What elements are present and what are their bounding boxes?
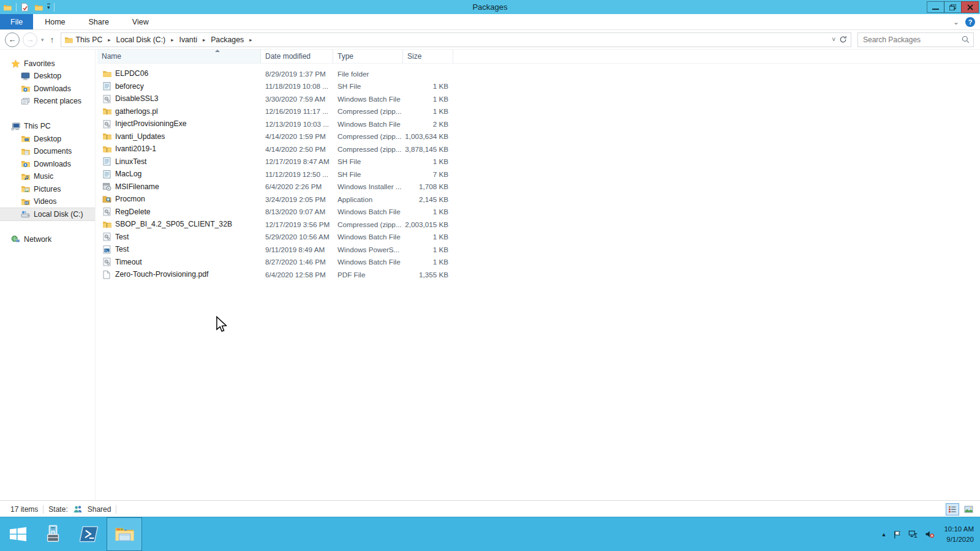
restore-button[interactable]	[944, 1, 962, 13]
tab-home[interactable]: Home	[33, 14, 77, 29]
quick-access-toolbar: ▾	[0, 0, 55, 14]
action-center-flag-icon[interactable]	[893, 530, 902, 539]
tab-share[interactable]: Share	[77, 14, 121, 29]
refresh-icon[interactable]	[839, 36, 847, 43]
volume-muted-icon[interactable]	[925, 530, 935, 538]
folder-icon	[102, 69, 111, 78]
breadcrumb-segment[interactable]: Ivanti	[176, 34, 199, 45]
network-icon	[10, 234, 20, 244]
sidebar-item[interactable]: Desktop	[0, 133, 95, 146]
start-button[interactable]	[0, 517, 36, 551]
file-row[interactable]: Test 9/11/2019 8:49 AM Windows PowerS...…	[97, 243, 980, 256]
file-row[interactable]: RegDelete 8/13/2020 9:07 AM Windows Batc…	[97, 206, 980, 219]
address-dropdown-chevron-icon[interactable]: ˅	[832, 36, 835, 43]
zip-icon	[102, 107, 111, 116]
up-button[interactable]: ↑	[48, 35, 57, 45]
doc-text-icon	[102, 157, 111, 167]
doc-text-icon	[102, 169, 111, 179]
window-controls	[927, 1, 979, 13]
powershell-button[interactable]	[71, 517, 107, 551]
file-row[interactable]: Timeout 8/27/2020 1:46 PM Windows Batch …	[97, 256, 980, 269]
details-view-button[interactable]	[946, 503, 959, 515]
zip-icon	[102, 144, 111, 154]
file-row[interactable]: Ivanti2019-1 4/14/2020 2:50 PM Compresse…	[97, 143, 980, 156]
file-row[interactable]: DisableSSL3 3/30/2020 7:59 AM Windows Ba…	[97, 92, 980, 105]
file-row[interactable]: InjectProvisioningExe 12/13/2019 10:03 .…	[97, 118, 980, 130]
file-row[interactable]: Ivanti_Updates 4/14/2020 1:59 PM Compres…	[97, 130, 980, 143]
file-row[interactable]: gatherlogs.pl 12/16/2019 11:17 ... Compr…	[97, 105, 980, 118]
file-row[interactable]: ELPDC06 8/29/2019 1:37 PM File folder	[97, 67, 980, 80]
new-folder-icon[interactable]	[34, 2, 43, 12]
powershell-icon	[80, 526, 99, 542]
batch-icon	[102, 207, 111, 217]
sidebar-item[interactable]: Downloads	[0, 158, 95, 171]
recent-icon	[20, 96, 30, 106]
column-header-name[interactable]: Name	[97, 50, 261, 63]
folder-docs-icon	[20, 146, 30, 156]
batch-icon	[102, 257, 111, 267]
column-header-size[interactable]: Size	[403, 50, 453, 63]
file-row[interactable]: MacLog 11/12/2019 12:50 ... SH File 7 KB	[97, 168, 980, 181]
folder-pics-icon	[20, 184, 30, 194]
sidebar-section-this-pc[interactable]: This PC	[0, 120, 95, 133]
address-bar[interactable]: This PC▸Local Disk (C:)▸Ivanti▸Packages▸…	[61, 32, 851, 47]
breadcrumb-separator-icon: ▸	[105, 37, 113, 43]
help-icon[interactable]: ?	[965, 17, 975, 27]
minimize-ribbon-chevron-icon[interactable]: ⌄	[953, 18, 959, 26]
minimize-button[interactable]	[927, 1, 944, 13]
breadcrumb-segment[interactable]: This PC	[74, 34, 105, 45]
folder-down-icon	[20, 84, 30, 94]
breadcrumb-segment[interactable]: Local Disk (C:)	[114, 34, 168, 45]
taskbar: ▲ 10:10 AM 9/1/2020	[0, 517, 980, 551]
file-row[interactable]: Zero-Touch-Provisioning.pdf 6/4/2020 12:…	[97, 268, 980, 281]
thumbnails-view-button[interactable]	[962, 503, 975, 515]
properties-icon[interactable]	[20, 2, 30, 12]
breadcrumb-segment[interactable]: Packages	[208, 34, 246, 45]
state-value: Shared	[88, 505, 111, 514]
file-row[interactable]: Procmon 3/24/2019 2:05 PM Application 2,…	[97, 193, 980, 206]
file-rows: ELPDC06 8/29/2019 1:37 PM File folder be…	[97, 67, 980, 281]
search-input[interactable]	[858, 36, 962, 44]
clock-time: 10:10 AM	[944, 524, 974, 534]
sidebar-item[interactable]: Documents	[0, 145, 95, 158]
tab-view[interactable]: View	[121, 14, 160, 29]
desktop-screen: ▾ Packages File Home Share View ⌄ ?	[0, 0, 980, 551]
sidebar-item[interactable]: Music	[0, 170, 95, 183]
address-folder-icon	[64, 35, 74, 45]
qat-customize-chevron-icon[interactable]: ▾	[47, 4, 50, 10]
back-button[interactable]: ←	[5, 32, 20, 47]
sidebar-item[interactable]: Local Disk (C:)	[0, 208, 95, 221]
close-button[interactable]	[961, 1, 979, 13]
clock-date: 9/1/2020	[944, 534, 974, 545]
tab-file[interactable]: File	[0, 14, 33, 29]
taskbar-clock[interactable]: 10:10 AM 9/1/2020	[941, 524, 974, 544]
file-row[interactable]: SBOP_BI_4.2_SP05_CLIENT_32B 12/17/2019 3…	[97, 218, 980, 231]
network-tray-icon[interactable]	[908, 530, 918, 538]
ribbon-tab-strip: File Home Share View ⌄ ?	[0, 14, 980, 30]
sidebar-item[interactable]: Videos	[0, 195, 95, 208]
server-manager-button[interactable]	[36, 517, 71, 551]
sidebar-section-network[interactable]: Network	[0, 233, 95, 246]
sidebar-item[interactable]: Desktop	[0, 70, 95, 83]
show-hidden-icons-chevron-icon[interactable]: ▲	[881, 531, 886, 538]
file-explorer-button[interactable]	[107, 517, 142, 551]
explorer-icon[interactable]	[2, 2, 12, 12]
column-header-date-modified[interactable]: Date modified	[261, 50, 333, 63]
file-row[interactable]: MSIFilename 6/4/2020 2:26 PM Windows Ins…	[97, 181, 980, 193]
search-icon[interactable]	[962, 36, 973, 43]
batch-icon	[102, 94, 111, 103]
file-row[interactable]: beforecy 11/18/2019 10:08 ... SH File 1 …	[97, 80, 980, 93]
sidebar-item[interactable]: Pictures	[0, 183, 95, 196]
monitor-icon	[20, 71, 30, 81]
file-row[interactable]: Test 5/29/2020 10:56 AM Windows Batch Fi…	[97, 231, 980, 244]
sidebar-item[interactable]: Recent places	[0, 95, 95, 108]
forward-button[interactable]: →	[23, 32, 37, 47]
breadcrumb-separator-icon: ▸	[168, 37, 176, 43]
doc-text-icon	[102, 81, 111, 91]
column-header-type[interactable]: Type	[333, 50, 403, 63]
pc-icon	[10, 121, 20, 131]
sidebar-item[interactable]: Downloads	[0, 83, 95, 96]
file-row[interactable]: LinuxTest 12/17/2019 8:47 AM SH File 1 K…	[97, 156, 980, 168]
sidebar-section-favorites[interactable]: Favorites	[0, 57, 95, 70]
recent-locations-chevron-icon[interactable]: ▾	[40, 37, 45, 43]
